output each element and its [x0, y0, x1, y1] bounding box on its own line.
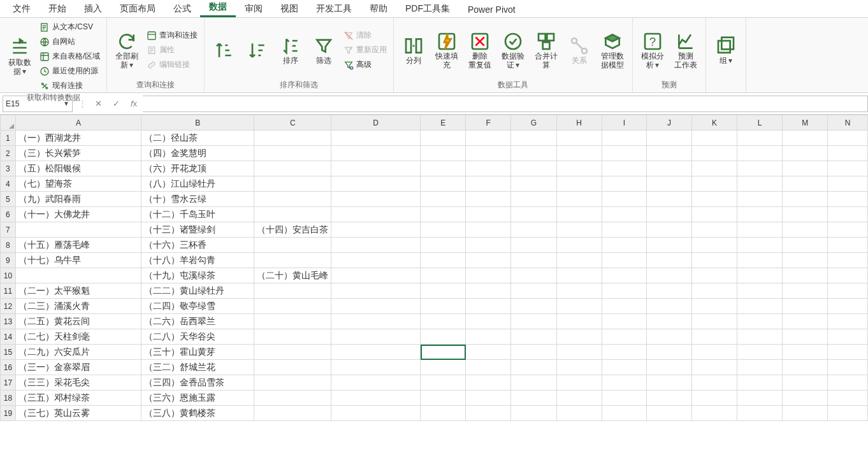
- cell[interactable]: （五）松阳银候: [15, 161, 141, 176]
- cell[interactable]: [421, 253, 466, 268]
- column-header[interactable]: F: [466, 115, 511, 131]
- cell[interactable]: [828, 329, 868, 345]
- cell[interactable]: [466, 207, 511, 222]
- data-val-button[interactable]: 数据验证▾: [498, 31, 528, 69]
- cell[interactable]: [647, 360, 692, 375]
- cell[interactable]: （十一）大佛龙井: [15, 207, 141, 222]
- cell[interactable]: [421, 375, 466, 390]
- cell[interactable]: [331, 161, 421, 176]
- cell[interactable]: [737, 146, 783, 161]
- cell[interactable]: [782, 146, 827, 161]
- cell[interactable]: （三五）邓村绿茶: [15, 390, 141, 406]
- cell[interactable]: [421, 406, 466, 421]
- cell[interactable]: [254, 283, 331, 299]
- cell[interactable]: [737, 390, 783, 406]
- cell[interactable]: [602, 375, 646, 390]
- cell[interactable]: [737, 283, 783, 299]
- cell[interactable]: [556, 192, 602, 207]
- cell[interactable]: [647, 406, 692, 421]
- cell[interactable]: [647, 176, 692, 192]
- cell[interactable]: [691, 192, 737, 207]
- cell[interactable]: （一）西湖龙井: [15, 131, 141, 146]
- cell[interactable]: [647, 283, 692, 299]
- whatif-button[interactable]: ?模拟分析▾: [638, 31, 667, 69]
- cell[interactable]: [691, 283, 737, 299]
- cell[interactable]: [331, 222, 421, 238]
- cell[interactable]: [421, 314, 466, 329]
- cell[interactable]: [466, 390, 511, 406]
- cell[interactable]: （三六）恩施玉露: [141, 390, 254, 406]
- cell[interactable]: [331, 390, 421, 406]
- cell[interactable]: [254, 176, 331, 192]
- cell[interactable]: [254, 207, 331, 222]
- row-header[interactable]: 16: [1, 360, 16, 375]
- cell[interactable]: （七）望海茶: [15, 176, 141, 192]
- text-to-col-button[interactable]: 分列: [399, 36, 428, 65]
- cell[interactable]: [602, 345, 646, 360]
- cell[interactable]: [511, 146, 556, 161]
- cell[interactable]: [466, 283, 511, 299]
- sort-button[interactable]: 排序: [276, 36, 305, 65]
- row-header[interactable]: 3: [1, 161, 16, 176]
- cell[interactable]: [782, 283, 827, 299]
- cell[interactable]: [421, 146, 466, 161]
- cell[interactable]: [466, 375, 511, 390]
- cell[interactable]: [556, 146, 602, 161]
- row-header[interactable]: 8: [1, 238, 16, 253]
- cell[interactable]: [647, 329, 692, 345]
- cell[interactable]: [782, 207, 827, 222]
- sort-asc-button[interactable]: [210, 40, 239, 61]
- cell[interactable]: （二三）涌溪火青: [15, 299, 141, 314]
- cell[interactable]: [331, 299, 421, 314]
- cell[interactable]: （三八）黄鹤楼茶: [141, 406, 254, 421]
- cell[interactable]: [466, 192, 511, 207]
- column-header[interactable]: K: [691, 115, 737, 131]
- cell[interactable]: [737, 192, 783, 207]
- cell[interactable]: [647, 207, 692, 222]
- cell[interactable]: [331, 314, 421, 329]
- cell[interactable]: [511, 253, 556, 268]
- accept-formula-button[interactable]: ✓: [107, 99, 125, 108]
- cell[interactable]: （六）开花龙顶: [141, 161, 254, 176]
- cell[interactable]: [691, 299, 737, 314]
- column-header[interactable]: B: [141, 115, 254, 131]
- cell[interactable]: [782, 131, 827, 146]
- cell[interactable]: [331, 406, 421, 421]
- cell[interactable]: [556, 406, 602, 421]
- cell[interactable]: [737, 238, 783, 253]
- cell[interactable]: [602, 283, 646, 299]
- row-header[interactable]: 4: [1, 176, 16, 192]
- cell[interactable]: [511, 283, 556, 299]
- menu-item-PDF工具集[interactable]: PDF工具集: [396, 1, 459, 17]
- menu-item-公式[interactable]: 公式: [164, 1, 200, 17]
- cell[interactable]: [782, 176, 827, 192]
- cell[interactable]: [331, 283, 421, 299]
- cell[interactable]: （二七）天柱剑毫: [15, 329, 141, 345]
- cell[interactable]: [331, 253, 421, 268]
- cell[interactable]: [691, 131, 737, 146]
- cell[interactable]: [602, 314, 646, 329]
- cell[interactable]: [421, 161, 466, 176]
- cell[interactable]: [691, 222, 737, 238]
- cell[interactable]: [421, 131, 466, 146]
- cell[interactable]: （二九）六安瓜片: [15, 345, 141, 360]
- cell[interactable]: [691, 253, 737, 268]
- cell[interactable]: [331, 146, 421, 161]
- row-header[interactable]: 7: [1, 222, 16, 238]
- column-header[interactable]: N: [828, 115, 868, 131]
- cell[interactable]: [647, 314, 692, 329]
- cell[interactable]: [331, 268, 421, 283]
- cell[interactable]: [511, 329, 556, 345]
- cell[interactable]: [466, 268, 511, 283]
- cell[interactable]: （二）径山茶: [141, 131, 254, 146]
- column-header[interactable]: J: [647, 115, 692, 131]
- cell[interactable]: [466, 253, 511, 268]
- cell[interactable]: [782, 192, 827, 207]
- cell[interactable]: [15, 268, 141, 283]
- cell[interactable]: [511, 345, 556, 360]
- cell[interactable]: [254, 360, 331, 375]
- cell[interactable]: [511, 192, 556, 207]
- row-header[interactable]: 9: [1, 253, 16, 268]
- select-all-corner[interactable]: [1, 115, 16, 131]
- cell[interactable]: [782, 161, 827, 176]
